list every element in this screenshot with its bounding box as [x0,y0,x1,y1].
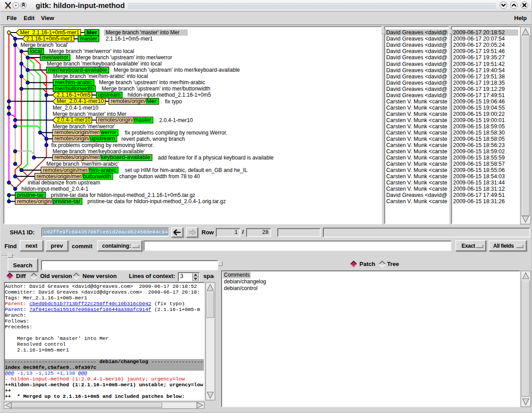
svg-text:Carsten V. Munk <carste: Carsten V. Munk <carste [386,105,447,111]
svg-text:Merge branch 'upstream' into m: Merge branch 'upstream' into mer/werror [76,54,172,61]
svg-text:mer/werror: mer/werror [42,54,68,61]
svg-text:2009-06-17 19:51:38: 2009-06-17 19:51:38 [453,74,505,80]
svg-text:2.1.16-1+0m5-mer1: 2.1.16-1+0m5-mer1 [26,36,73,42]
svg-text:remotes/origin/: remotes/origin/ [54,135,90,142]
svg-text:Merge branch 'master' into Mer: Merge branch 'master' into Mer [53,111,126,117]
svg-text:2009-06-15 19:00:22: 2009-06-15 19:00:22 [453,111,505,117]
svg-text:keyboard-available: keyboard-available [101,154,150,160]
svg-text:pristine-tar data for hildon-i: pristine-tar data for hildon-input-metho… [51,192,195,198]
svg-text:hildon-input-method_2.0.4-1: hildon-input-method_2.0.4-1 [21,186,88,192]
svg-text:Carsten V. Munk <carste: Carsten V. Munk <carste [386,142,447,148]
svg-text:2009-06-17 17:49:51: 2009-06-17 17:49:51 [453,192,505,198]
svg-text:2.1.16-1+0m5-mer1: 2.1.16-1+0m5-mer1 [106,36,153,42]
svg-text:2009-06-17 19:40:54: 2009-06-17 19:40:54 [453,67,505,74]
svg-text:David Greaves <david@: David Greaves <david@ [386,48,447,54]
svg-text:master: master [80,36,97,42]
svg-text:Merge branch 'mer/werror': Merge branch 'mer/werror' [53,123,115,130]
svg-text:Merge branch 'mer/werror' into: Merge branch 'mer/werror' into local [49,48,134,54]
svg-text:Merge branch 'upstream' into m: Merge branch 'upstream' into mer/keyboar… [114,67,240,73]
svg-text:2009-06-15 18:54:03: 2009-06-15 18:54:03 [453,173,505,180]
svg-text:Carsten V. Munk <carste: Carsten V. Munk <carste [386,111,447,117]
svg-text:Merge branch 'local': Merge branch 'local' [21,42,68,48]
svg-text:2009-06-15 19:04:55: 2009-06-15 19:04:55 [453,105,505,111]
svg-text:set up HIM for him-arabic, def: set up HIM for him-arabic, default en_GB… [125,167,247,173]
svg-text:2.0.4-1-mer10: 2.0.4-1-mer10 [57,117,91,123]
svg-text:David Greaves <david@: David Greaves <david@ [386,86,447,92]
svg-text:local: local [30,48,42,54]
svg-text:Carsten V. Munk <carste: Carsten V. Munk <carste [386,123,447,130]
svg-text:mer/keyboard-available: mer/keyboard-available [48,67,107,73]
svg-text:Merge branch 'master' into Mer: Merge branch 'master' into Mer [106,29,179,36]
svg-text:Carsten V. Munk <carste: Carsten V. Munk <carste [386,167,447,173]
svg-text:Mer: Mer [87,29,97,36]
svg-text:remotes/origin/mer/: remotes/origin/mer/ [37,173,83,180]
svg-text:Carsten V. Munk <carste: Carsten V. Munk <carste [386,155,447,161]
svg-text:2009-06-17 19:12:29: 2009-06-17 19:12:29 [453,86,505,92]
svg-text:Mer_2.0.4-1-mer10: Mer_2.0.4-1-mer10 [53,105,99,111]
svg-text:remotes/origin/mer/: remotes/origin/mer/ [54,129,101,135]
svg-text:Carsten V. Munk <carste: Carsten V. Munk <carste [386,198,447,204]
svg-text:2009-06-17 17:49:51: 2009-06-17 17:49:51 [453,92,505,98]
svg-text:2009-06-17 19:18:35: 2009-06-17 19:18:35 [453,80,505,86]
svg-text:2009-06-15 18:59:05: 2009-06-15 18:59:05 [453,123,505,130]
svg-text:mer/buttonwidth: mer/buttonwidth [55,86,94,92]
svg-text:fix problems compiling by remo: fix problems compiling by removing Werro… [51,142,154,148]
svg-text:2009-06-17 19:51:42: 2009-06-17 19:51:42 [453,61,505,67]
svg-text:Carsten V. Munk <carste: Carsten V. Munk <carste [386,117,447,123]
svg-text:Carsten V. Munk <carste: Carsten V. Munk <carste [386,148,447,155]
svg-text:Merge branch 'mer/keyboard-ava: Merge branch 'mer/keyboard-available' [53,148,145,155]
svg-text:Carsten V. Munk <carste: Carsten V. Munk <carste [386,186,447,192]
svg-text:Carsten V. Munk <carste: Carsten V. Munk <carste [386,173,447,180]
svg-text:Merge branch 'upstream' into m: Merge branch 'upstream' into mer/buttonw… [102,86,210,92]
svg-text:2009-06-15 18:59:02: 2009-06-15 18:59:02 [453,148,505,155]
svg-text:2009-06-17 19:35:27: 2009-06-17 19:35:27 [453,54,505,61]
svg-text:Merge branch 'upstream' into m: Merge branch 'upstream' into mer/him-ara… [99,79,205,86]
svg-text:pristine-tar data for hildon-i: pristine-tar data for hildon-input-metho… [87,198,226,204]
svg-text:David Greaves <david@: David Greaves <david@ [386,42,447,48]
svg-text:remotes/origin/: remotes/origin/ [98,117,134,123]
svg-text:Merge branch 'mer/keyboard-ava: Merge branch 'mer/keyboard-available' in… [47,61,161,67]
svg-text:David Greaves <david@: David Greaves <david@ [386,92,447,98]
svg-text:2009-06-15 19:06:46: 2009-06-15 19:06:46 [453,98,505,105]
svg-text:2009-06-15 19:00:01: 2009-06-15 19:00:01 [453,117,505,123]
svg-text:Carsten V. Munk <carste: Carsten V. Munk <carste [386,161,447,167]
svg-text:werror: werror [100,129,116,135]
svg-text:Carsten V. Munk <carste: Carsten V. Munk <carste [386,136,447,142]
svg-text:2009-06-15 18:31:26: 2009-06-15 18:31:26 [453,198,505,204]
svg-text:David Greaves <david@: David Greaves <david@ [386,80,447,86]
svg-text:2009-06-15 18:58:30: 2009-06-15 18:58:30 [453,130,505,136]
svg-text:pristine-tar: pristine-tar [17,192,44,198]
svg-text:Mer_2.0.4-1-mer10: Mer_2.0.4-1-mer10 [57,98,104,104]
svg-text:him-arabic: him-arabic [89,167,116,173]
svg-text:2009-06-15 18:31:44: 2009-06-15 18:31:44 [453,180,505,186]
svg-text:Carsten V. Munk <carste: Carsten V. Munk <carste [386,98,447,105]
svg-text:Mer: Mer [146,98,157,104]
svg-text:remotes/origin/mer/: remotes/origin/mer/ [54,154,101,160]
svg-text:David Greaves <david@: David Greaves <david@ [386,54,447,61]
svg-text:David Greaves <david@: David Greaves <david@ [386,29,447,36]
svg-text:upstream: upstream [90,135,115,142]
svg-text:David Greaves <david@: David Greaves <david@ [386,192,447,198]
svg-text:fix problems compiling by remo: fix problems compiling by removing Werro… [125,130,227,136]
svg-text:Merge branch 'mer/him-arabic': Merge branch 'mer/him-arabic' [46,161,119,167]
svg-text:2009-06-15 18:58:05: 2009-06-15 18:58:05 [453,136,505,142]
svg-text:initial debianize from upstrea: initial debianize from upstream [28,180,100,186]
svg-text:master: master [134,117,151,123]
svg-text:revert patch, wrong branch: revert patch, wrong branch [121,136,185,142]
svg-text:2009-06-17 20:05:24: 2009-06-17 20:05:24 [453,42,505,48]
svg-text:2.0.4-1-mer10: 2.0.4-1-mer10 [159,117,193,123]
svg-text:pristine-tar: pristine-tar [53,198,80,204]
svg-text:hildon-input-method_2.1.16-1+0: hildon-input-method_2.1.16-1+0m5 [128,92,211,98]
svg-text:add feature for if a physical: add feature for if a physical keyboard i… [158,155,274,161]
svg-text:David Greaves <david@: David Greaves <david@ [386,36,447,42]
svg-text:Carsten V. Munk <carste: Carsten V. Munk <carste [386,180,447,186]
svg-text:buttonwidth: buttonwidth [83,173,111,180]
svg-text:remotes/origin/mer/: remotes/origin/mer/ [43,167,89,173]
svg-text:David Greaves <david@: David Greaves <david@ [386,74,447,80]
svg-text:2009-06-15 18:56:23: 2009-06-15 18:56:23 [453,142,505,148]
svg-text:2009-06-17 20:18:52: 2009-06-17 20:18:52 [453,29,505,36]
svg-text:2009-06-17 19:51:46: 2009-06-17 19:51:46 [453,48,505,54]
svg-text:David Greaves <david@: David Greaves <david@ [386,61,447,67]
svg-text:2009-06-15 18:55:06: 2009-06-15 18:55:06 [453,167,505,173]
svg-text:2009-06-15 18:31:12: 2009-06-15 18:31:12 [453,186,505,192]
